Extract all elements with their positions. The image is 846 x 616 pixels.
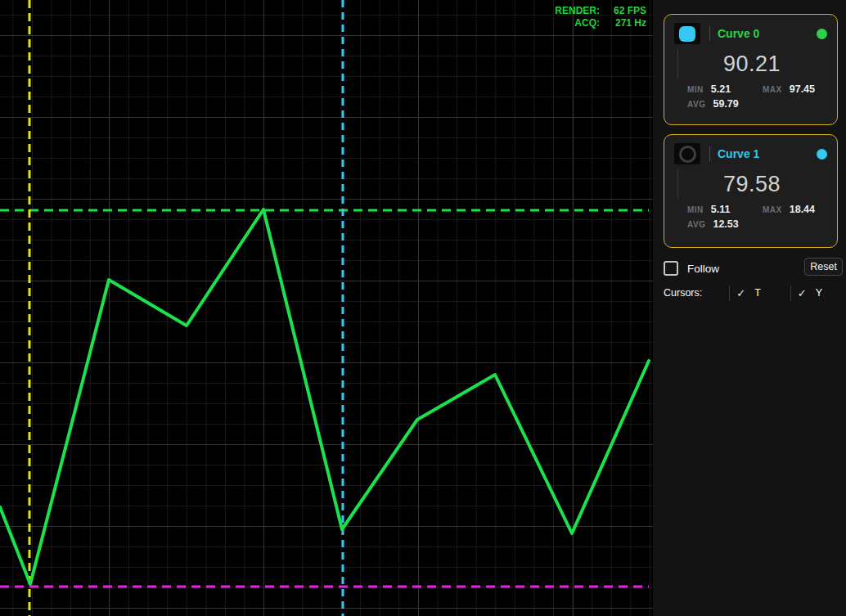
fps-readout: RENDER: 62 FPS ACQ: 271 Hz <box>555 5 646 29</box>
divider <box>790 286 791 301</box>
curve1-avg-stat: AVG 12.53 <box>687 218 763 230</box>
t-cursor-label[interactable]: T <box>754 287 761 299</box>
min-label: MIN <box>687 85 704 94</box>
max-value: 18.44 <box>790 204 815 215</box>
curve0-title: Curve 0 <box>718 27 759 40</box>
curve1-panel[interactable]: Curve 1 79.58 MIN 5.11 MAX 18.44 AVG 12.… <box>664 134 838 248</box>
follow-checkbox[interactable] <box>664 261 678 276</box>
max-label: MAX <box>763 85 782 94</box>
curve1-value-row: 79.58 <box>677 169 826 199</box>
curve1-max-stat: MAX 18.44 <box>763 204 829 215</box>
avg-label: AVG <box>687 100 705 109</box>
curve1-stats: MIN 5.11 MAX 18.44 AVG 12.53 <box>687 204 829 230</box>
curve0-header: Curve 0 <box>674 22 827 45</box>
render-fps-label: RENDER: <box>555 5 600 17</box>
waveform-curve0 <box>0 209 649 584</box>
curve0-current-value: 90.21 <box>723 52 781 77</box>
curve1-current-value: 79.58 <box>723 172 781 197</box>
curve0-avg-stat: AVG 59.79 <box>687 98 763 110</box>
plot-area[interactable]: RENDER: 62 FPS ACQ: 271 Hz <box>0 0 653 616</box>
y-cursor-check-icon[interactable]: ✓ <box>798 287 807 299</box>
render-fps-value: 62 FPS <box>604 5 646 17</box>
header-divider <box>709 26 710 41</box>
curve1-min-stat: MIN 5.11 <box>687 204 763 215</box>
curve1-status-dot-icon <box>817 149 827 160</box>
curve0-panel[interactable]: Curve 0 90.21 MIN 5.21 MAX 97.45 AVG 59.… <box>664 14 838 125</box>
max-value: 97.45 <box>790 83 815 95</box>
acq-rate-value: 271 Hz <box>604 17 646 29</box>
min-value: 5.21 <box>711 83 731 95</box>
curve0-stats: MIN 5.21 MAX 97.45 AVG 59.79 <box>687 83 829 110</box>
y-cursor-label[interactable]: Y <box>816 287 822 299</box>
max-label: MAX <box>763 205 782 214</box>
min-label: MIN <box>687 205 704 214</box>
reset-button[interactable]: Reset <box>804 258 843 276</box>
control-sidebar: Curve 0 90.21 MIN 5.21 MAX 97.45 AVG 59.… <box>653 0 846 616</box>
min-value: 5.11 <box>711 204 731 215</box>
curve0-visibility-toggle[interactable] <box>674 23 700 44</box>
curve0-status-dot-icon <box>817 29 827 39</box>
curve1-header: Curve 1 <box>674 142 827 165</box>
waveform-canvas <box>0 0 653 616</box>
cursors-label: Cursors: <box>664 287 702 299</box>
t-cursor-check-icon[interactable]: ✓ <box>736 287 745 299</box>
avg-value: 59.79 <box>713 98 738 110</box>
divider <box>729 286 730 301</box>
acq-rate-label: ACQ: <box>555 17 600 29</box>
curve0-min-stat: MIN 5.21 <box>687 83 763 95</box>
curve0-max-stat: MAX 97.45 <box>763 83 829 95</box>
curve1-title: Curve 1 <box>718 147 759 160</box>
header-divider <box>709 146 710 161</box>
curve0-value-row: 90.21 <box>677 49 826 79</box>
avg-label: AVG <box>687 220 705 229</box>
cursors-row: Cursors: ✓ T ✓ Y <box>664 285 839 301</box>
curve1-visibility-toggle[interactable] <box>674 143 700 164</box>
avg-value: 12.53 <box>713 218 738 230</box>
curve0-toggle-checked-icon <box>679 26 695 42</box>
follow-row: Follow Reset <box>664 259 839 277</box>
follow-label: Follow <box>687 263 719 275</box>
curve1-toggle-unchecked-icon <box>679 146 696 163</box>
